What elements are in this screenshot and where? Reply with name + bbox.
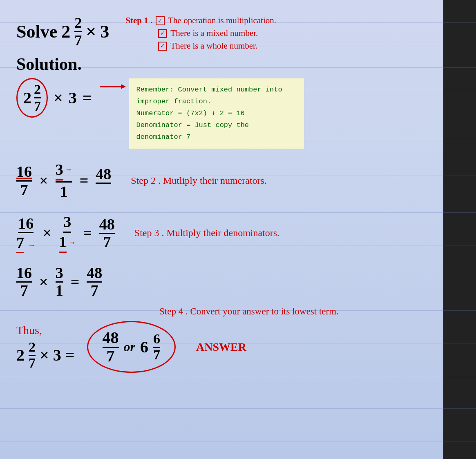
hint-line4: Denominator = Just copy the denominator … [136, 120, 297, 143]
step1-label: Step 1 . [125, 16, 152, 26]
hint-line1: Remember: Convert mixed number into [136, 84, 297, 96]
step1-panel: Step 1 . ✓ The operation is multiplicati… [125, 16, 276, 51]
frac-16-7-plain: 16 7 [16, 265, 32, 298]
step4-label: Step 4 . Convert your answer to its lowe… [159, 306, 427, 317]
checkbox3: ✓ [158, 42, 167, 51]
thus-label: Thus, [16, 324, 75, 337]
frac-3-1-plain: 3 1 [56, 265, 63, 298]
solve-label: Solve [16, 21, 57, 42]
checkbox1: ✓ [156, 16, 165, 25]
frac-3-1-step2: 3 → 1 [56, 160, 72, 201]
solve-expression: Solve 2 2 7 × 3 [16, 16, 109, 48]
oval-mixed: 2 2 7 [16, 78, 48, 118]
main-content: Solve 2 2 7 × 3 Step 1 . ✓ The operation… [0, 0, 443, 381]
answer-label: ANSWER [196, 341, 246, 354]
step3-label: Step 3 . Multiply their denominators. [134, 227, 279, 238]
step2-label: Step 2 . Mutliply their numerators. [131, 175, 267, 186]
answer-frac-48-7: 48 7 [103, 330, 119, 364]
final-lhs: 2 2 7 × 3 = [16, 340, 75, 370]
answer-frac-6-7: 6 7 [153, 332, 160, 362]
hint-box: Remember: Convert mixed number into impr… [129, 78, 304, 149]
thus-section: Thus, 2 2 7 × 3 = [16, 324, 75, 370]
frac-16-7-step2: 16 7 [16, 164, 32, 198]
final-frac-2-7: 2 7 [29, 340, 36, 370]
hint-line3: Numerator = (7x2) + 2 = 16 [136, 108, 297, 120]
oval-fraction: 2 7 [34, 82, 41, 113]
step1-check3: There is a whole number. [170, 41, 257, 51]
plain-result-row: 16 7 × 3 1 = 48 7 [16, 265, 427, 298]
final-row: Thus, 2 2 7 × 3 = 48 7 or 6 6 [16, 321, 427, 373]
hint-arrow [100, 86, 123, 87]
step2-row: 16 7 × 3 → 1 = 48 Step 2 . Mutliply thei… [16, 160, 427, 201]
checkbox2: ✓ [158, 29, 167, 38]
step1-check2: There is a mixed number. [170, 28, 258, 38]
frac-48-7-plain: 48 7 [87, 265, 102, 298]
frac-3-1-step3: 3 1 → [59, 213, 76, 253]
step1-check1: The operation is multiplication. [168, 16, 276, 26]
times-sign: × [86, 21, 96, 42]
solution-label: Solution. [16, 54, 427, 74]
right-panel [443, 0, 476, 459]
step3-row: 16 7 → × 3 1 → = 48 7 Step 3 . Multiply … [16, 213, 427, 253]
whole-part: 2 [61, 21, 70, 42]
header-fraction: 2 7 [74, 16, 82, 48]
result-48-7-step3: 48 7 [99, 216, 115, 250]
result-48-step2: 48 [96, 166, 111, 195]
frac-16-7-step3: 16 7 → [16, 216, 36, 250]
multiplier: 3 [100, 21, 109, 42]
equation-row1: 2 2 7 × 3 = [16, 78, 92, 118]
hint-line2: improper fraction. [136, 96, 297, 108]
answer-oval: 48 7 or 6 6 7 [87, 321, 176, 373]
